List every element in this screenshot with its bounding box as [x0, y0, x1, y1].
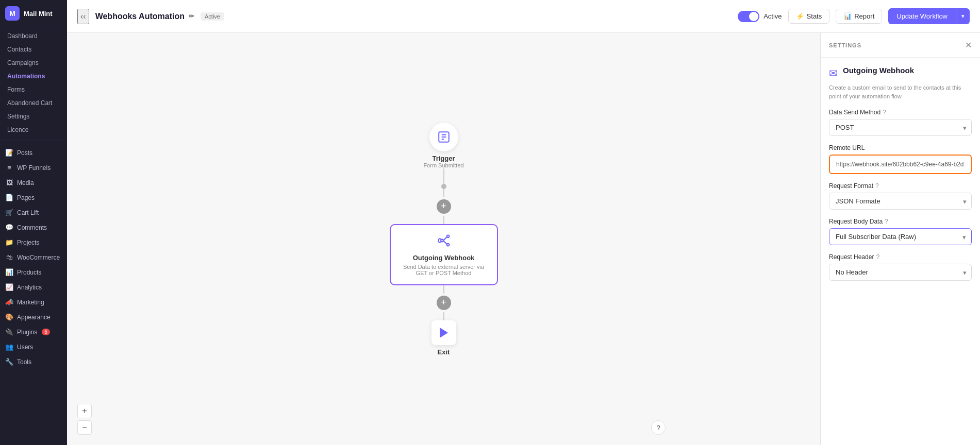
- webhook-settings-header: ✉ Outgoing Webhook: [829, 66, 972, 79]
- sidebar-item-dashboard[interactable]: Dashboard: [0, 29, 67, 43]
- request-format-help-icon[interactable]: ?: [875, 182, 879, 190]
- data-send-method-help-icon[interactable]: ?: [883, 109, 886, 116]
- workflow-canvas[interactable]: Trigger Form Submitted +: [67, 33, 820, 445]
- stats-button[interactable]: ⚡ Stats: [788, 9, 830, 24]
- help-button[interactable]: ?: [651, 420, 666, 435]
- outgoing-webhook-node[interactable]: Outgoing Webhook Send Data to external s…: [390, 224, 498, 285]
- sidebar-logo[interactable]: M Mail Mint: [0, 0, 67, 27]
- connector-line-1: [443, 168, 444, 184]
- sidebar-item-products[interactable]: 📊 Products: [0, 265, 67, 280]
- plugins-icon: 🔌: [5, 328, 13, 336]
- request-header-help-icon[interactable]: ?: [876, 253, 879, 261]
- webhook-settings-desc: Create a custom email to send to the con…: [829, 83, 972, 100]
- update-workflow-label: Update Workflow: [888, 8, 956, 24]
- zoom-out-button[interactable]: −: [77, 420, 92, 435]
- request-body-label: Request Body Data ?: [829, 218, 972, 225]
- request-format-select-wrapper: JSON Formate Form Data: [829, 193, 972, 210]
- users-icon: 👥: [5, 343, 13, 351]
- appearance-icon: 🎨: [5, 313, 13, 321]
- remote-url-value[interactable]: https://webhook.site/602bbb62-c9ee-4a69-…: [829, 155, 972, 174]
- sidebar-item-label: WooCommerce: [17, 254, 60, 261]
- active-toggle-label: Active: [763, 12, 782, 20]
- request-body-select[interactable]: Full Subscriber Data (Raw) Custom: [829, 229, 971, 245]
- sidebar-item-campaigns[interactable]: Campaigns: [0, 56, 67, 70]
- sidebar-item-forms[interactable]: Forms: [0, 83, 67, 96]
- sidebar-item-appearance[interactable]: 🎨 Appearance: [0, 310, 67, 324]
- trigger-node[interactable]: Trigger Form Submitted: [423, 123, 463, 168]
- report-button[interactable]: 📊 Report: [836, 9, 882, 24]
- active-toggle-wrapper: Active: [738, 11, 782, 22]
- sidebar-item-media[interactable]: 🖼 Media: [0, 175, 67, 190]
- sidebar-item-cart-lift[interactable]: 🛒 Cart Lift: [0, 205, 67, 220]
- sidebar-divider: [0, 141, 67, 141]
- connector-line-5: [443, 312, 444, 320]
- request-header-select-wrapper: No Header Custom Header: [829, 264, 972, 281]
- webhook-settings-icon: ✉: [829, 67, 838, 79]
- exit-node[interactable]: Exit: [431, 320, 456, 356]
- canvas-controls: + −: [77, 404, 92, 435]
- svg-point-5: [446, 235, 449, 237]
- sidebar-item-comments[interactable]: 💬 Comments: [0, 220, 67, 235]
- sidebar-item-plugins[interactable]: 🔌 Plugins 6: [0, 324, 67, 339]
- wp-section: 📝 Posts ≡ WP Funnels 🖼 Media 📄 Pages 🛒 C…: [0, 143, 67, 371]
- request-body-group: Request Body Data ? Full Subscriber Data…: [829, 218, 972, 245]
- add-node-button-1[interactable]: +: [437, 199, 451, 214]
- sidebar-item-wp-funnels[interactable]: ≡ WP Funnels: [0, 160, 67, 175]
- add-node-button-2[interactable]: +: [437, 296, 451, 310]
- webhook-node-label: Outgoing Webhook: [401, 254, 487, 262]
- trigger-label: Trigger: [432, 155, 455, 162]
- settings-close-button[interactable]: ✕: [965, 40, 972, 50]
- update-workflow-dropdown-icon[interactable]: ▾: [956, 9, 970, 24]
- sidebar-item-label: Marketing: [17, 299, 44, 306]
- sidebar: M Mail Mint Dashboard Contacts Campaigns…: [0, 0, 67, 445]
- page-title-area: Webhooks Automation ✏: [95, 12, 194, 21]
- mail-mint-section: Dashboard Contacts Campaigns Automations…: [0, 27, 67, 139]
- request-header-select[interactable]: No Header Custom Header: [829, 264, 972, 281]
- data-send-method-select-wrapper: POST GET: [829, 119, 972, 136]
- sidebar-item-users[interactable]: 👥 Users: [0, 339, 67, 354]
- data-send-method-select[interactable]: POST GET: [829, 119, 972, 136]
- marketing-icon: 📣: [5, 298, 13, 306]
- sidebar-item-licence[interactable]: Licence: [0, 123, 67, 136]
- settings-panel: SETTINGS ✕ ✉ Outgoing Webhook Create a c…: [820, 33, 980, 445]
- sidebar-item-label: Pages: [17, 194, 35, 201]
- sidebar-item-projects[interactable]: 📁 Projects: [0, 235, 67, 250]
- sidebar-item-analytics[interactable]: 📈 Analytics: [0, 280, 67, 295]
- logo-text: Mail Mint: [24, 10, 53, 18]
- request-body-help-icon[interactable]: ?: [885, 218, 888, 225]
- sidebar-item-marketing[interactable]: 📣 Marketing: [0, 295, 67, 310]
- sidebar-item-label: Users: [17, 344, 33, 351]
- analytics-icon: 📈: [5, 283, 13, 291]
- trigger-icon-circle: [429, 123, 458, 151]
- data-send-method-label: Data Send Method ?: [829, 109, 972, 116]
- content-area: Trigger Form Submitted +: [67, 33, 980, 445]
- update-workflow-button[interactable]: Update Workflow ▾: [888, 8, 970, 24]
- sidebar-item-settings[interactable]: Settings: [0, 110, 67, 123]
- sidebar-item-abandoned-cart[interactable]: Abandoned Cart: [0, 96, 67, 110]
- active-toggle[interactable]: [738, 11, 759, 22]
- topbar: ‹‹ Webhooks Automation ✏ Active Active ⚡…: [67, 0, 980, 33]
- sidebar-item-contacts[interactable]: Contacts: [0, 43, 67, 56]
- edit-title-icon[interactable]: ✏: [189, 12, 194, 20]
- sidebar-item-tools[interactable]: 🔧 Tools: [0, 354, 67, 369]
- products-icon: 📊: [5, 268, 13, 276]
- workflow-diagram: Trigger Form Submitted +: [390, 123, 498, 356]
- back-button[interactable]: ‹‹: [77, 9, 89, 24]
- stats-icon: ⚡: [796, 12, 804, 20]
- zoom-in-button[interactable]: +: [77, 404, 92, 418]
- request-header-label: Request Header ?: [829, 253, 972, 261]
- media-icon: 🖼: [5, 179, 13, 186]
- sidebar-item-woocommerce[interactable]: 🛍 WooCommerce: [0, 250, 67, 265]
- request-format-select[interactable]: JSON Formate Form Data: [829, 193, 972, 210]
- webhook-settings-title: Outgoing Webhook: [843, 66, 914, 75]
- sidebar-item-automations[interactable]: Automations: [0, 70, 67, 83]
- report-icon: 📊: [843, 12, 852, 20]
- sidebar-item-posts[interactable]: 📝 Posts: [0, 145, 67, 160]
- projects-icon: 📁: [5, 238, 13, 246]
- posts-icon: 📝: [5, 149, 13, 157]
- sidebar-item-pages[interactable]: 📄 Pages: [0, 190, 67, 205]
- svg-marker-7: [440, 328, 448, 338]
- woocommerce-icon: 🛍: [5, 253, 13, 261]
- settings-body: ✉ Outgoing Webhook Create a custom email…: [821, 58, 980, 297]
- tools-icon: 🔧: [5, 358, 13, 366]
